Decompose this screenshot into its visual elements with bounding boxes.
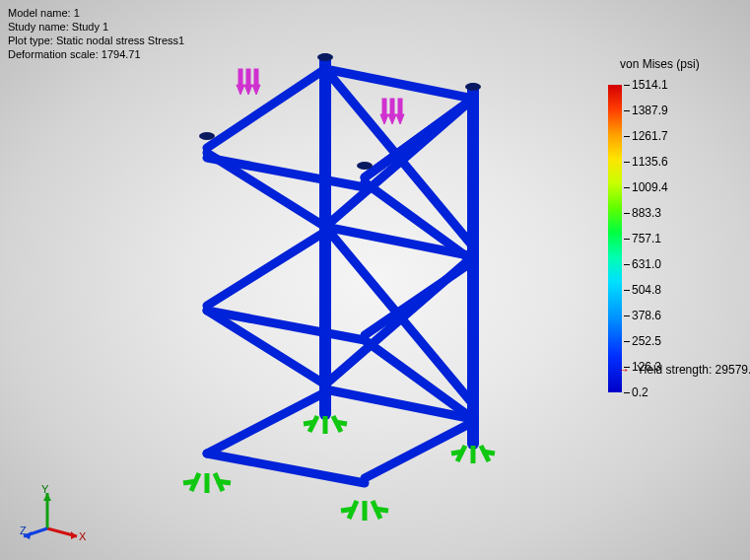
svg-marker-60 bbox=[396, 114, 404, 124]
svg-rect-49 bbox=[239, 69, 242, 85]
legend-tick bbox=[624, 85, 630, 86]
svg-point-3 bbox=[465, 83, 481, 91]
svg-marker-54 bbox=[252, 85, 260, 95]
load-arrow-icon bbox=[237, 69, 260, 95]
model-name-line: Model name: 1 bbox=[8, 6, 184, 20]
legend-tick-label: 757.1 bbox=[632, 232, 661, 245]
fea-model-view[interactable] bbox=[99, 30, 552, 532]
svg-line-24 bbox=[207, 454, 365, 483]
legend-color-bar bbox=[608, 85, 622, 392]
svg-rect-55 bbox=[382, 99, 386, 114]
legend-tick-label: 1261.7 bbox=[632, 129, 668, 143]
legend-tick bbox=[624, 239, 630, 240]
svg-line-39 bbox=[217, 481, 231, 483]
legend-tick bbox=[624, 392, 630, 393]
legend-tick bbox=[624, 213, 630, 214]
svg-line-17 bbox=[365, 422, 473, 478]
legend-tick bbox=[624, 110, 630, 111]
legend-tick bbox=[624, 315, 630, 316]
svg-point-2 bbox=[317, 53, 333, 61]
legend-tick-label: 631.0 bbox=[632, 257, 661, 271]
legend-tick-label: 378.6 bbox=[632, 309, 661, 322]
legend-tick bbox=[624, 162, 630, 163]
svg-marker-52 bbox=[237, 85, 244, 95]
svg-point-47 bbox=[199, 132, 215, 140]
svg-marker-58 bbox=[380, 114, 388, 124]
svg-line-33 bbox=[451, 452, 463, 454]
arrow-right-icon: → bbox=[618, 363, 630, 377]
legend-tick bbox=[624, 264, 630, 265]
legend-tick-label: 1514.1 bbox=[632, 78, 668, 92]
svg-line-5 bbox=[207, 69, 325, 148]
svg-marker-53 bbox=[244, 85, 252, 95]
svg-line-29 bbox=[335, 422, 347, 424]
svg-point-48 bbox=[357, 162, 373, 170]
svg-line-34 bbox=[483, 452, 495, 454]
legend-tick-label: 0.2 bbox=[632, 385, 648, 399]
label: Plot type: bbox=[8, 35, 53, 46]
coordinate-triad-icon[interactable]: X Y Z bbox=[20, 485, 89, 544]
label: Study name: bbox=[8, 21, 69, 33]
legend-tick-label: 252.5 bbox=[632, 334, 661, 348]
load-arrow-icon bbox=[380, 99, 404, 124]
svg-rect-50 bbox=[246, 69, 250, 85]
legend-tick bbox=[624, 187, 630, 188]
legend-tick bbox=[624, 136, 630, 137]
svg-rect-51 bbox=[254, 69, 258, 85]
svg-rect-56 bbox=[390, 99, 394, 114]
value: 1 bbox=[74, 7, 80, 19]
svg-marker-59 bbox=[388, 114, 396, 124]
legend-tick bbox=[624, 290, 630, 291]
label: Deformation scale: bbox=[8, 48, 99, 60]
value: 29579.5 bbox=[716, 363, 750, 377]
svg-line-19 bbox=[207, 232, 325, 306]
svg-line-43 bbox=[341, 509, 355, 511]
axis-y-label: Y bbox=[41, 485, 49, 495]
legend-tick bbox=[624, 341, 630, 342]
svg-line-44 bbox=[375, 509, 388, 511]
label: Yield strength: bbox=[637, 363, 712, 377]
svg-rect-57 bbox=[398, 99, 402, 114]
viewport[interactable]: Model name: 1 Study name: Study 1 Plot t… bbox=[0, 0, 750, 560]
axis-x-label: X bbox=[79, 530, 87, 542]
svg-line-38 bbox=[183, 481, 197, 483]
legend-tick-label: 1387.9 bbox=[632, 104, 668, 117]
legend-tick-label: 1135.6 bbox=[632, 155, 668, 169]
legend-tick-label: 883.3 bbox=[632, 206, 661, 220]
legend-tick-label: 504.8 bbox=[632, 283, 661, 297]
svg-line-28 bbox=[304, 422, 315, 424]
label: Model name: bbox=[8, 7, 71, 19]
legend-title: von Mises (psi) bbox=[620, 57, 700, 71]
legend-tick-label: 1009.4 bbox=[632, 180, 668, 194]
yield-strength: → Yield strength: 29579.5 bbox=[618, 363, 750, 377]
axis-z-label: Z bbox=[20, 525, 27, 536]
